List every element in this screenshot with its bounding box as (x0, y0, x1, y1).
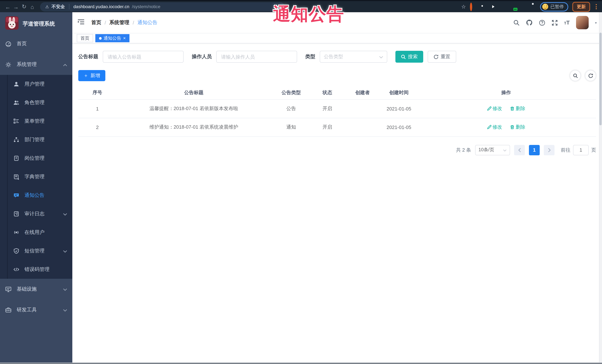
extensions-puzzle-icon[interactable] (530, 4, 536, 10)
sidebar: 芋道管理系统 首页 系统管理 用户管理 角色管理 (0, 12, 72, 364)
extension-switch-icon[interactable]: on (510, 4, 516, 10)
tag-close-icon[interactable]: × (123, 36, 126, 40)
goto-page: 前往 页 (561, 145, 596, 155)
header-search-icon[interactable] (513, 20, 519, 26)
chevron-up-icon (63, 62, 67, 67)
filter-type-select[interactable]: 公告类型 (320, 51, 387, 63)
window-scrollbar-track[interactable] (599, 12, 602, 363)
app-shell: 芋道管理系统 首页 系统管理 用户管理 角色管理 (0, 12, 602, 364)
col-header-actions: 操作 (416, 86, 596, 99)
browser-forward-icon[interactable]: → (12, 3, 20, 10)
extension-orange-icon[interactable] (470, 4, 476, 10)
col-header-title: 公告标题 (117, 86, 271, 99)
extension-leaf-icon[interactable] (520, 4, 526, 10)
sidebar-item-home[interactable]: 首页 (0, 33, 72, 54)
sidebar-item-dict-mgmt[interactable]: 字典管理 (0, 167, 72, 186)
chevron-down-icon (63, 307, 67, 313)
toggle-search-button[interactable] (570, 70, 581, 81)
refresh-table-button[interactable] (585, 70, 596, 81)
sidebar-item-notice[interactable]: 通知公告 (0, 186, 72, 205)
sidebar-logo-row[interactable]: 芋道管理系统 (0, 14, 72, 33)
sidebar-item-errorcode-mgmt[interactable]: 错误码管理 (0, 260, 72, 279)
add-button[interactable]: ＋ 新增 (78, 70, 105, 81)
user-avatar[interactable] (576, 16, 589, 29)
browser-back-icon[interactable]: ← (4, 3, 12, 10)
help-icon[interactable] (539, 20, 545, 26)
extension-green-circle-icon[interactable] (490, 4, 496, 10)
address-separator (69, 4, 69, 9)
sidebar-item-role-mgmt[interactable]: 角色管理 (0, 94, 72, 112)
delete-link[interactable]: 删除 (510, 105, 525, 112)
browser-home-icon[interactable]: ⌂ (28, 3, 36, 10)
sidebar-item-audit-log[interactable]: 审计日志 (0, 205, 72, 223)
breadcrumb-home[interactable]: 首页 (91, 19, 101, 26)
window-bottom-edge (0, 363, 602, 364)
tag-notice[interactable]: 通知公告 × (95, 34, 129, 42)
filter-title-input[interactable] (103, 51, 183, 63)
sidebar-item-online-users[interactable]: 在线用户 (0, 223, 72, 242)
cell-status: 开启 (311, 99, 344, 118)
cell-title: 维护通知：2018-07-01 若依系统凌晨维护 (117, 118, 271, 136)
pagination: 共 2 条 10条/页 1 前往 页 (78, 145, 596, 155)
sidebar-item-user-mgmt[interactable]: 用户管理 (0, 75, 72, 94)
cell-no: 1 (78, 99, 117, 118)
next-page-button[interactable] (544, 145, 555, 155)
fullscreen-icon[interactable] (551, 20, 558, 26)
cell-title: 温馨提醒：2018-07-01 若依新版本发布啦 (117, 99, 271, 118)
cell-actions: 修改 删除 (416, 118, 596, 136)
table-toolbar: ＋ 新增 (78, 70, 596, 81)
bookmark-star-icon[interactable]: ☆ (461, 4, 466, 10)
not-secure-warning-icon: ⚠ (45, 4, 49, 9)
prev-page-button[interactable] (514, 145, 525, 155)
sidebar-collapse-icon[interactable] (77, 19, 85, 26)
browser-menu-icon[interactable] (594, 3, 598, 10)
online-users-icon (13, 229, 19, 235)
address-bar[interactable]: ⚠ 不安全 dashboard.yudao.iocoder.cn/system/… (40, 2, 285, 11)
sidebar-item-post-mgmt[interactable]: 岗位管理 (0, 149, 72, 167)
edit-link[interactable]: 修改 (487, 124, 502, 130)
goto-page-input[interactable] (573, 145, 589, 155)
edit-icon (487, 106, 491, 111)
browser-reload-icon[interactable]: ↻ (20, 3, 28, 10)
avatar-caret-icon[interactable]: ▾ (595, 21, 597, 25)
app-logo (5, 16, 19, 31)
cell-actions: 修改 删除 (416, 99, 596, 118)
shield-check-icon (13, 248, 19, 254)
sidebar-item-infrastructure[interactable]: 基础设施 (0, 279, 72, 300)
cell-creator (344, 118, 382, 136)
sidebar-item-dev-tools[interactable]: 研发工具 (0, 300, 72, 320)
font-size-icon[interactable]: TT (564, 19, 570, 26)
goto-label: 前往 (561, 146, 570, 153)
breadcrumb-system[interactable]: 系统管理 (109, 19, 129, 26)
filter-operator-input[interactable] (216, 51, 297, 63)
sidebar-item-sms-mgmt[interactable]: 短信管理 (0, 242, 72, 260)
cell-no: 2 (78, 118, 117, 136)
col-header-no: 序号 (78, 86, 117, 99)
table-row: 2 维护通知：2018-07-01 若依系统凌晨维护 通知 开启 2021-01… (78, 118, 596, 136)
search-button[interactable]: 搜索 (395, 51, 423, 63)
notice-table: 序号 公告标题 公告类型 状态 创建者 创建时间 操作 1 温馨提醒：2018- (78, 86, 596, 137)
reset-button[interactable]: 重置 (428, 51, 456, 63)
page-size-select[interactable]: 10条/页 (475, 145, 510, 155)
pagination-total: 共 2 条 (456, 146, 471, 153)
delete-link[interactable]: 删除 (510, 124, 525, 130)
github-icon[interactable] (526, 19, 532, 26)
book-icon (13, 174, 19, 180)
chevron-down-icon (63, 211, 67, 217)
chevron-right-icon (548, 148, 551, 152)
tag-home[interactable]: 首页 (77, 34, 93, 42)
sidebar-item-dept-mgmt[interactable]: 部门管理 (0, 130, 72, 149)
trash-icon (510, 125, 515, 129)
page-unit-label: 页 (591, 146, 596, 153)
extension-pin-icon[interactable] (480, 4, 486, 10)
page-1-button[interactable]: 1 (529, 145, 540, 155)
cell-type: 通知 (271, 118, 311, 136)
sidebar-item-menu-mgmt[interactable]: 菜单管理 (0, 112, 72, 130)
window-scrollbar-thumb[interactable] (599, 33, 602, 125)
extension-gem-icon[interactable] (500, 4, 506, 10)
profile-paused-chip[interactable]: 已暂停 (540, 2, 568, 11)
sidebar-item-system[interactable]: 系统管理 (0, 54, 72, 75)
table-row: 1 温馨提醒：2018-07-01 若依新版本发布啦 公告 开启 2021-01… (78, 99, 596, 118)
chrome-update-button[interactable]: 更新 (572, 2, 590, 12)
edit-link[interactable]: 修改 (487, 105, 502, 112)
